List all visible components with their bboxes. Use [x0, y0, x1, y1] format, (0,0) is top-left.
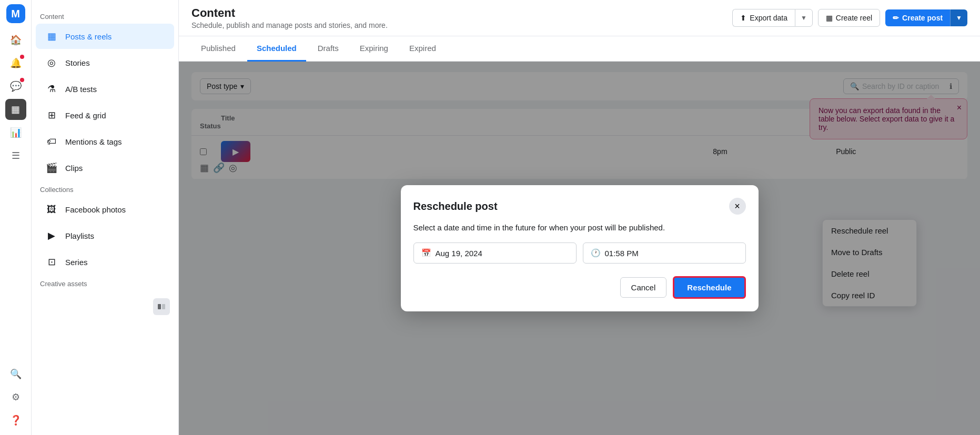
posts-reels-icon: ▦	[44, 29, 59, 44]
sidebar-item-mentions-tags[interactable]: 🏷 Mentions & tags	[36, 129, 174, 154]
sidebar-section-content: Content	[32, 8, 178, 23]
sidebar-item-series[interactable]: ⊡ Series	[36, 249, 174, 275]
content-icon[interactable]: ▦	[5, 99, 26, 120]
page-subtitle: Schedule, publish and manage posts and s…	[191, 21, 388, 29]
sidebar-item-posts-reels[interactable]: ▦ Posts & reels	[36, 24, 174, 49]
sidebar-mentions-label: Mentions & tags	[65, 137, 122, 146]
sidebar-section-collections: Collections	[32, 181, 178, 196]
calendar-icon: 📅	[421, 248, 431, 258]
create-reel-label: Create reel	[836, 14, 872, 22]
page-header: Content Schedule, publish and manage pos…	[179, 0, 980, 36]
modal-overlay: Reschedule post × Select a date and time…	[179, 62, 980, 435]
create-post-label: Create post	[902, 14, 943, 22]
export-icon: ⬆	[740, 14, 746, 22]
time-input[interactable]: 🕐 01:58 PM	[583, 242, 746, 264]
sidebar-stories-label: Stories	[65, 58, 90, 67]
menu-icon[interactable]: ☰	[5, 145, 26, 166]
tab-scheduled[interactable]: Scheduled	[247, 36, 306, 62]
create-post-group: ✏ Create post ▼	[885, 9, 967, 26]
tab-expiring[interactable]: Expiring	[350, 36, 398, 62]
sidebar-item-ab-tests[interactable]: ⚗ A/B tests	[36, 76, 174, 102]
export-chevron-button[interactable]: ▼	[795, 9, 813, 27]
sidebar-toggle-icon[interactable]	[153, 298, 170, 315]
create-reel-icon: ▦	[826, 14, 833, 22]
sidebar-playlists-label: Playlists	[65, 231, 94, 240]
bell-icon[interactable]: 🔔	[5, 53, 26, 74]
sidebar: Content ▦ Posts & reels ◎ Stories ⚗ A/B …	[32, 0, 179, 435]
modal-header: Reschedule post ×	[413, 198, 746, 215]
sidebar-posts-reels-label: Posts & reels	[65, 32, 112, 41]
sidebar-section-creative: Creative assets	[32, 276, 178, 290]
sidebar-item-stories[interactable]: ◎ Stories	[36, 50, 174, 75]
svg-rect-1	[162, 304, 165, 309]
tab-published[interactable]: Published	[191, 36, 245, 62]
stories-icon: ◎	[44, 55, 59, 70]
create-post-icon: ✏	[893, 14, 899, 22]
main-content: Content Schedule, publish and manage pos…	[179, 0, 980, 435]
modal-footer: Cancel Reschedule	[413, 276, 746, 299]
playlists-icon: ▶	[44, 228, 59, 243]
help-icon[interactable]: ❓	[5, 410, 26, 431]
modal-close-button[interactable]: ×	[729, 198, 746, 215]
mentions-icon: 🏷	[44, 134, 59, 149]
clips-icon: 🎬	[44, 160, 59, 175]
settings-icon[interactable]: ⚙	[5, 387, 26, 408]
svg-rect-0	[158, 304, 161, 309]
home-icon[interactable]: 🏠	[5, 29, 26, 50]
app-logo: M	[6, 4, 25, 23]
header-right: ⬆ Export data ▼ ▦ Create reel ✏ Create p…	[732, 9, 967, 27]
modal-title: Reschedule post	[413, 200, 498, 213]
series-icon: ⊡	[44, 255, 59, 269]
facebook-photos-icon: 🖼	[44, 202, 59, 217]
clock-icon: 🕐	[591, 248, 601, 258]
chart-icon[interactable]: 📊	[5, 122, 26, 143]
sidebar-clips-label: Clips	[65, 164, 83, 173]
date-input[interactable]: 📅 Aug 19, 2024	[413, 242, 577, 264]
icon-rail: M 🏠 🔔 💬 ▦ 📊 ☰ 🔍 ⚙ ❓	[0, 0, 32, 435]
reschedule-button[interactable]: Reschedule	[673, 276, 745, 299]
create-post-button[interactable]: ✏ Create post	[885, 9, 950, 26]
tabs-bar: Published Scheduled Drafts Expiring Expi…	[179, 36, 980, 62]
chat-icon[interactable]: 💬	[5, 76, 26, 97]
search-icon[interactable]: 🔍	[5, 363, 26, 385]
time-value: 01:58 PM	[605, 249, 639, 258]
tab-expired[interactable]: Expired	[400, 36, 446, 62]
feed-grid-icon: ⊞	[44, 108, 59, 123]
sidebar-item-feed-grid[interactable]: ⊞ Feed & grid	[36, 103, 174, 128]
modal-subtitle: Select a date and time in the future for…	[413, 223, 746, 232]
sidebar-item-facebook-photos[interactable]: 🖼 Facebook photos	[36, 197, 174, 222]
reschedule-modal: Reschedule post × Select a date and time…	[401, 185, 759, 311]
ab-tests-icon: ⚗	[44, 82, 59, 96]
create-post-chevron-button[interactable]: ▼	[950, 9, 967, 26]
export-label: Export data	[750, 14, 787, 22]
sidebar-series-label: Series	[65, 258, 88, 267]
page-title: Content	[191, 6, 388, 20]
cancel-button[interactable]: Cancel	[620, 277, 667, 298]
sidebar-ab-label: A/B tests	[65, 85, 97, 94]
sidebar-feed-label: Feed & grid	[65, 111, 106, 120]
sidebar-fb-photos-label: Facebook photos	[65, 205, 126, 214]
export-data-button[interactable]: ⬆ Export data	[732, 9, 795, 27]
header-left: Content Schedule, publish and manage pos…	[191, 6, 388, 29]
date-value: Aug 19, 2024	[436, 249, 482, 258]
sidebar-item-clips[interactable]: 🎬 Clips	[36, 155, 174, 180]
sidebar-item-playlists[interactable]: ▶ Playlists	[36, 223, 174, 248]
chat-badge	[20, 78, 24, 82]
bell-badge	[20, 55, 24, 59]
modal-inputs: 📅 Aug 19, 2024 🕐 01:58 PM	[413, 242, 746, 264]
content-area: Post type ▾ 🔍 Search by ID or caption ℹ …	[179, 62, 980, 435]
create-reel-button[interactable]: ▦ Create reel	[818, 9, 880, 27]
export-btn-group: ⬆ Export data ▼	[732, 9, 813, 27]
tab-drafts[interactable]: Drafts	[308, 36, 348, 62]
